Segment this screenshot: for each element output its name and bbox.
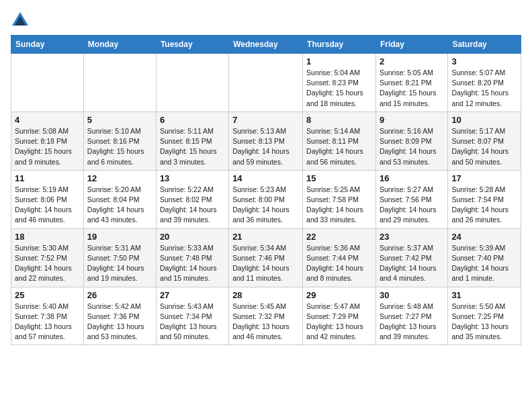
day-cell <box>11 54 84 112</box>
day-cell: 3Sunrise: 5:07 AM Sunset: 8:20 PM Daylig… <box>448 54 521 112</box>
day-info: Sunrise: 5:14 AM Sunset: 8:11 PM Dayligh… <box>306 126 372 167</box>
day-number: 8 <box>306 115 372 125</box>
day-number: 9 <box>380 115 444 125</box>
day-info: Sunrise: 5:23 AM Sunset: 8:00 PM Dayligh… <box>232 185 299 226</box>
day-info: Sunrise: 5:13 AM Sunset: 8:13 PM Dayligh… <box>232 126 299 167</box>
day-info: Sunrise: 5:28 AM Sunset: 7:54 PM Dayligh… <box>451 185 517 226</box>
weekday-header-thursday: Thursday <box>303 36 376 54</box>
day-cell: 2Sunrise: 5:05 AM Sunset: 8:21 PM Daylig… <box>375 54 447 112</box>
day-number: 28 <box>232 290 299 300</box>
day-number: 2 <box>380 56 444 66</box>
day-cell: 27Sunrise: 5:43 AM Sunset: 7:34 PM Dayli… <box>156 287 228 345</box>
day-info: Sunrise: 5:47 AM Sunset: 7:29 PM Dayligh… <box>306 302 372 342</box>
day-info: Sunrise: 5:42 AM Sunset: 7:36 PM Dayligh… <box>87 302 152 342</box>
logo <box>11 11 32 30</box>
day-info: Sunrise: 5:08 AM Sunset: 8:18 PM Dayligh… <box>15 126 80 167</box>
day-number: 13 <box>160 173 225 183</box>
day-cell <box>229 54 303 112</box>
day-cell: 12Sunrise: 5:20 AM Sunset: 8:04 PM Dayli… <box>83 170 156 228</box>
day-number: 19 <box>87 232 152 242</box>
day-cell: 9Sunrise: 5:16 AM Sunset: 8:09 PM Daylig… <box>375 111 447 170</box>
day-info: Sunrise: 5:04 AM Sunset: 8:23 PM Dayligh… <box>306 68 372 109</box>
day-cell: 10Sunrise: 5:17 AM Sunset: 8:07 PM Dayli… <box>448 111 521 170</box>
day-number: 24 <box>451 232 517 242</box>
day-info: Sunrise: 5:10 AM Sunset: 8:16 PM Dayligh… <box>87 126 152 167</box>
day-cell: 11Sunrise: 5:19 AM Sunset: 8:06 PM Dayli… <box>11 170 84 228</box>
day-cell: 30Sunrise: 5:48 AM Sunset: 7:27 PM Dayli… <box>375 287 447 345</box>
day-cell: 22Sunrise: 5:36 AM Sunset: 7:44 PM Dayli… <box>303 228 376 287</box>
day-number: 14 <box>232 173 299 183</box>
weekday-header-wednesday: Wednesday <box>229 36 303 54</box>
logo-icon <box>11 11 30 30</box>
day-number: 10 <box>451 115 517 125</box>
day-cell: 20Sunrise: 5:33 AM Sunset: 7:48 PM Dayli… <box>156 228 228 287</box>
weekday-header-row: SundayMondayTuesdayWednesdayThursdayFrid… <box>11 36 521 54</box>
day-info: Sunrise: 5:36 AM Sunset: 7:44 PM Dayligh… <box>306 243 372 284</box>
day-info: Sunrise: 5:30 AM Sunset: 7:52 PM Dayligh… <box>15 243 80 284</box>
day-number: 16 <box>380 173 444 183</box>
day-cell: 15Sunrise: 5:25 AM Sunset: 7:58 PM Dayli… <box>303 170 376 228</box>
day-info: Sunrise: 5:07 AM Sunset: 8:20 PM Dayligh… <box>451 68 517 109</box>
day-info: Sunrise: 5:31 AM Sunset: 7:50 PM Dayligh… <box>87 243 152 284</box>
day-cell: 29Sunrise: 5:47 AM Sunset: 7:29 PM Dayli… <box>303 287 376 345</box>
day-info: Sunrise: 5:37 AM Sunset: 7:42 PM Dayligh… <box>380 243 444 284</box>
day-info: Sunrise: 5:19 AM Sunset: 8:06 PM Dayligh… <box>15 185 80 226</box>
day-info: Sunrise: 5:25 AM Sunset: 7:58 PM Dayligh… <box>306 185 372 226</box>
weekday-header-friday: Friday <box>375 36 447 54</box>
day-info: Sunrise: 5:20 AM Sunset: 8:04 PM Dayligh… <box>87 185 152 226</box>
day-number: 15 <box>306 173 372 183</box>
day-info: Sunrise: 5:48 AM Sunset: 7:27 PM Dayligh… <box>380 302 444 342</box>
day-info: Sunrise: 5:50 AM Sunset: 7:25 PM Dayligh… <box>451 302 517 342</box>
day-cell: 23Sunrise: 5:37 AM Sunset: 7:42 PM Dayli… <box>375 228 447 287</box>
day-info: Sunrise: 5:40 AM Sunset: 7:38 PM Dayligh… <box>15 302 80 342</box>
day-cell: 21Sunrise: 5:34 AM Sunset: 7:46 PM Dayli… <box>229 228 303 287</box>
day-number: 21 <box>232 232 299 242</box>
day-cell: 18Sunrise: 5:30 AM Sunset: 7:52 PM Dayli… <box>11 228 84 287</box>
day-cell: 17Sunrise: 5:28 AM Sunset: 7:54 PM Dayli… <box>448 170 521 228</box>
day-info: Sunrise: 5:43 AM Sunset: 7:34 PM Dayligh… <box>160 302 225 342</box>
day-cell <box>156 54 228 112</box>
day-cell: 14Sunrise: 5:23 AM Sunset: 8:00 PM Dayli… <box>229 170 303 228</box>
day-number: 31 <box>451 290 517 300</box>
day-cell: 26Sunrise: 5:42 AM Sunset: 7:36 PM Dayli… <box>83 287 156 345</box>
header <box>11 7 521 30</box>
week-row-2: 4Sunrise: 5:08 AM Sunset: 8:18 PM Daylig… <box>11 111 521 170</box>
week-row-3: 11Sunrise: 5:19 AM Sunset: 8:06 PM Dayli… <box>11 170 521 228</box>
day-cell: 5Sunrise: 5:10 AM Sunset: 8:16 PM Daylig… <box>83 111 156 170</box>
calendar: SundayMondayTuesdayWednesdayThursdayFrid… <box>11 35 521 345</box>
day-info: Sunrise: 5:05 AM Sunset: 8:21 PM Dayligh… <box>380 68 444 109</box>
day-info: Sunrise: 5:34 AM Sunset: 7:46 PM Dayligh… <box>232 243 299 284</box>
week-row-4: 18Sunrise: 5:30 AM Sunset: 7:52 PM Dayli… <box>11 228 521 287</box>
day-number: 22 <box>306 232 372 242</box>
day-info: Sunrise: 5:45 AM Sunset: 7:32 PM Dayligh… <box>232 302 299 342</box>
week-row-1: 1Sunrise: 5:04 AM Sunset: 8:23 PM Daylig… <box>11 54 521 112</box>
day-number: 5 <box>87 115 152 125</box>
day-cell: 13Sunrise: 5:22 AM Sunset: 8:02 PM Dayli… <box>156 170 228 228</box>
week-row-5: 25Sunrise: 5:40 AM Sunset: 7:38 PM Dayli… <box>11 287 521 345</box>
day-number: 26 <box>87 290 152 300</box>
day-number: 25 <box>15 290 80 300</box>
day-cell: 16Sunrise: 5:27 AM Sunset: 7:56 PM Dayli… <box>375 170 447 228</box>
day-number: 1 <box>306 56 372 66</box>
day-number: 12 <box>87 173 152 183</box>
day-info: Sunrise: 5:33 AM Sunset: 7:48 PM Dayligh… <box>160 243 225 284</box>
day-number: 17 <box>451 173 517 183</box>
day-cell: 1Sunrise: 5:04 AM Sunset: 8:23 PM Daylig… <box>303 54 376 112</box>
day-info: Sunrise: 5:27 AM Sunset: 7:56 PM Dayligh… <box>380 185 444 226</box>
weekday-header-saturday: Saturday <box>448 36 521 54</box>
day-info: Sunrise: 5:11 AM Sunset: 8:15 PM Dayligh… <box>160 126 225 167</box>
day-info: Sunrise: 5:17 AM Sunset: 8:07 PM Dayligh… <box>451 126 517 167</box>
day-number: 30 <box>380 290 444 300</box>
day-number: 20 <box>160 232 225 242</box>
day-number: 11 <box>15 173 80 183</box>
day-cell: 24Sunrise: 5:39 AM Sunset: 7:40 PM Dayli… <box>448 228 521 287</box>
day-number: 27 <box>160 290 225 300</box>
weekday-header-monday: Monday <box>83 36 156 54</box>
day-cell: 7Sunrise: 5:13 AM Sunset: 8:13 PM Daylig… <box>229 111 303 170</box>
day-cell: 6Sunrise: 5:11 AM Sunset: 8:15 PM Daylig… <box>156 111 228 170</box>
day-number: 7 <box>232 115 299 125</box>
day-number: 18 <box>15 232 80 242</box>
day-number: 3 <box>451 56 517 66</box>
day-cell: 25Sunrise: 5:40 AM Sunset: 7:38 PM Dayli… <box>11 287 84 345</box>
day-info: Sunrise: 5:39 AM Sunset: 7:40 PM Dayligh… <box>451 243 517 284</box>
